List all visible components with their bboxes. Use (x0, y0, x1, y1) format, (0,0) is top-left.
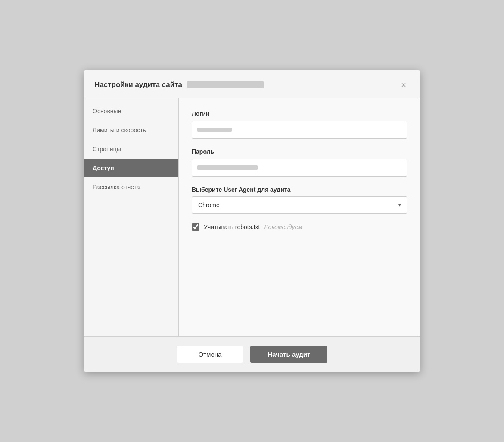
dialog-footer: Отмена Начать аудит (84, 336, 420, 372)
dialog-title-area: Настройки аудита сайта (94, 81, 264, 89)
user-agent-label: Выберите User Agent для аудита (192, 186, 407, 193)
sidebar-item-stranitsy[interactable]: Страницы (84, 140, 178, 159)
user-agent-select[interactable]: Chrome Firefox Safari Edge Googlebot (192, 196, 407, 214)
sidebar-item-label: Основные (93, 108, 121, 115)
sidebar-item-label: Доступ (93, 165, 114, 171)
robots-txt-label: Учитывать robots.txt (204, 224, 260, 230)
login-group: Логин (192, 110, 407, 139)
cancel-button[interactable]: Отмена (177, 346, 244, 363)
robots-txt-row: Учитывать robots.txt Рекомендуем (192, 223, 407, 231)
dialog-body: Основные Лимиты и скорость Страницы Дост… (84, 98, 420, 336)
dialog-header: Настройки аудита сайта × (84, 70, 420, 98)
sidebar-item-rassylka[interactable]: Рассылка отчета (84, 177, 178, 196)
login-input-display (192, 121, 407, 139)
dialog-title: Настройки аудита сайта (94, 81, 182, 89)
dialog: Настройки аудита сайта × Основные Лимиты… (84, 70, 420, 372)
sidebar: Основные Лимиты и скорость Страницы Дост… (84, 98, 179, 336)
sidebar-item-limity[interactable]: Лимиты и скорость (84, 121, 178, 140)
user-agent-group: Выберите User Agent для аудита Chrome Fi… (192, 186, 407, 214)
password-input-display (192, 159, 407, 177)
main-content: Логин Пароль Выберите User Agent для ауд… (179, 98, 420, 336)
user-agent-select-wrapper: Chrome Firefox Safari Edge Googlebot ▾ (192, 196, 407, 214)
sidebar-item-dostup[interactable]: Доступ (84, 159, 178, 177)
robots-txt-recommendation: Рекомендуем (264, 224, 302, 230)
start-audit-button[interactable]: Начать аудит (250, 346, 327, 363)
sidebar-item-label: Рассылка отчета (93, 184, 140, 190)
password-group: Пароль (192, 148, 407, 177)
login-label: Логин (192, 110, 407, 117)
password-placeholder-bar (197, 165, 258, 170)
sidebar-item-label: Лимиты и скорость (93, 127, 146, 134)
close-button[interactable]: × (398, 79, 410, 91)
login-placeholder-bar (197, 128, 232, 132)
dialog-url-redacted (187, 81, 264, 88)
sidebar-item-osnovnye[interactable]: Основные (84, 102, 178, 121)
sidebar-item-label: Страницы (93, 146, 121, 153)
robots-txt-checkbox[interactable] (192, 223, 199, 231)
password-label: Пароль (192, 148, 407, 155)
